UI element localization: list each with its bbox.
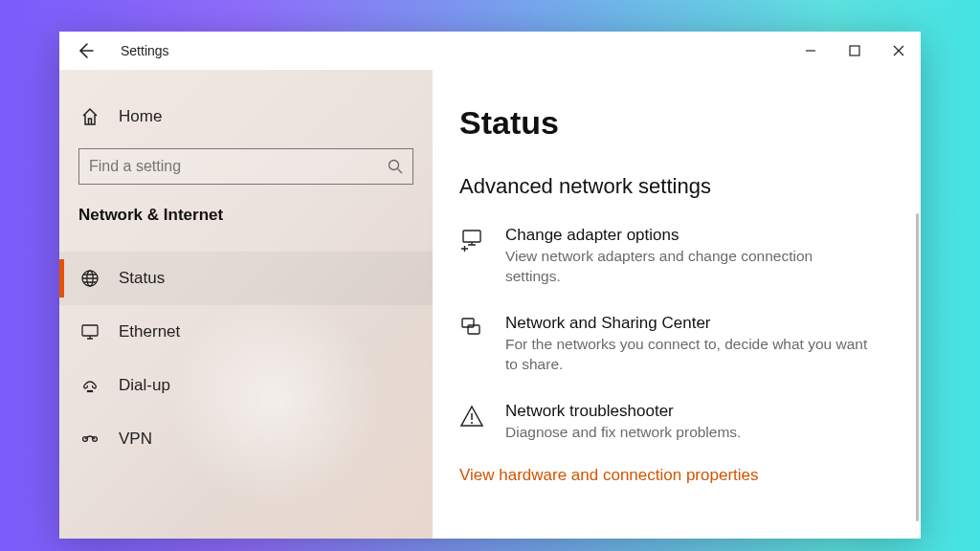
sidebar-item-dialup[interactable]: Dial-up: [59, 359, 433, 412]
option-title: Change adapter options: [505, 226, 869, 245]
svg-point-7: [91, 390, 92, 391]
search-field[interactable]: [89, 158, 388, 175]
page-title: Status: [459, 104, 894, 142]
search-input[interactable]: [78, 148, 413, 185]
option-change-adapter[interactable]: Change adapter options View network adap…: [459, 222, 894, 310]
settings-window: Settings Home N: [59, 32, 921, 539]
option-sharing-center[interactable]: Network and Sharing Center For the netwo…: [459, 310, 894, 398]
section-title: Advanced network settings: [459, 174, 894, 199]
sidebar-section-heading: Network & Internet: [59, 204, 433, 234]
phone-icon: [78, 376, 101, 395]
sidebar-item-label: VPN: [119, 430, 152, 449]
sidebar-item-ethernet[interactable]: Ethernet: [59, 305, 433, 359]
sidebar: Home Network & Internet Status: [59, 70, 433, 539]
vpn-icon: [78, 430, 101, 449]
scrollbar[interactable]: [916, 213, 919, 521]
svg-point-5: [87, 390, 88, 391]
titlebar: Settings: [59, 32, 921, 70]
option-title: Network troubleshooter: [505, 402, 741, 421]
sidebar-home-label: Home: [119, 107, 162, 126]
svg-rect-0: [850, 46, 859, 55]
main-panel: Status Advanced network settings Change …: [433, 70, 921, 539]
close-button[interactable]: [877, 32, 921, 70]
home-icon: [78, 107, 101, 126]
globe-icon: [78, 269, 101, 288]
option-desc: Diagnose and fix network problems.: [505, 423, 741, 443]
window-title: Settings: [121, 43, 169, 58]
sidebar-item-label: Status: [119, 269, 165, 288]
sharing-icon: [459, 314, 492, 375]
option-desc: For the networks you connect to, decide …: [505, 335, 869, 375]
option-desc: View network adapters and change connect…: [505, 247, 869, 287]
monitor-icon: [78, 322, 101, 342]
svg-point-1: [390, 161, 399, 170]
sidebar-item-label: Ethernet: [119, 322, 180, 342]
sidebar-item-vpn[interactable]: VPN: [59, 412, 433, 466]
sidebar-item-status[interactable]: Status: [59, 252, 433, 305]
minimize-button[interactable]: [789, 32, 833, 70]
option-title: Network and Sharing Center: [505, 314, 869, 333]
link-view-hardware[interactable]: View hardware and connection properties: [459, 466, 894, 485]
sidebar-home[interactable]: Home: [59, 95, 433, 139]
svg-rect-4: [82, 325, 98, 336]
back-button[interactable]: [77, 42, 94, 59]
sidebar-item-label: Dial-up: [119, 376, 170, 395]
warning-icon: [459, 402, 492, 443]
maximize-button[interactable]: [833, 32, 877, 70]
svg-rect-10: [463, 231, 480, 242]
search-icon: [388, 159, 403, 174]
option-troubleshooter[interactable]: Network troubleshooter Diagnose and fix …: [459, 398, 894, 466]
svg-point-6: [89, 390, 90, 391]
svg-point-13: [471, 422, 473, 424]
adapter-icon: [459, 226, 492, 287]
